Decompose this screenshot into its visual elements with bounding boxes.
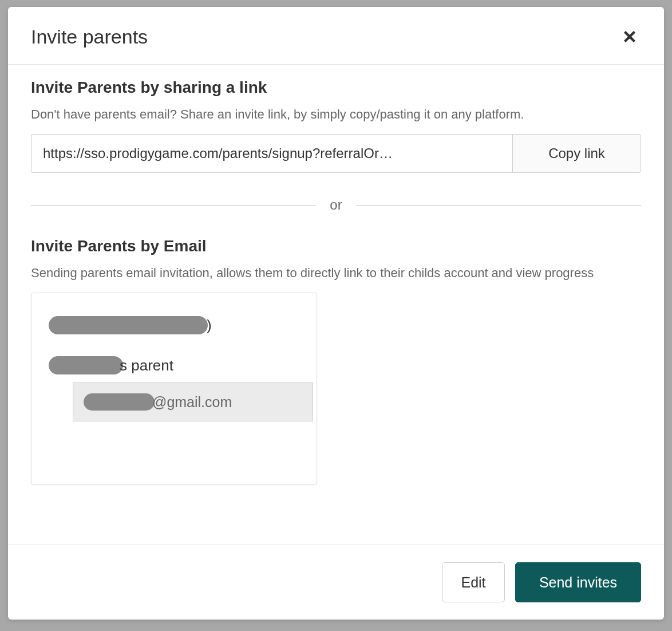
parent-email-input[interactable]: @gmail.com — [73, 382, 313, 421]
share-link-title: Invite Parents by sharing a link — [31, 78, 641, 97]
close-button[interactable] — [618, 25, 641, 48]
modal-footer: Edit Send invites — [8, 545, 664, 620]
scroll-spacer — [31, 484, 641, 507]
share-link-description: Don't have parents email? Share an invit… — [31, 105, 641, 124]
close-icon — [621, 28, 638, 45]
parent-label-row: s parent — [49, 356, 299, 374]
email-domain-suffix: @gmail.com — [152, 394, 232, 411]
divider: or — [31, 197, 641, 213]
divider-line-left — [31, 205, 316, 206]
redacted-student-name — [49, 316, 208, 334]
edit-button[interactable]: Edit — [442, 562, 505, 602]
modal-header: Invite parents — [8, 7, 664, 65]
copy-link-button[interactable]: Copy link — [512, 134, 641, 173]
parent-card: ) s parent @gmail.com — [31, 293, 317, 484]
student-name-row: ) — [49, 316, 299, 334]
student-name-suffix: ) — [207, 317, 212, 334]
modal-title: Invite parents — [31, 26, 148, 48]
redacted-parent-name — [49, 356, 123, 374]
share-link-input[interactable]: https://sso.prodigygame.com/parents/sign… — [31, 134, 512, 173]
parent-label-suffix: s parent — [120, 357, 173, 374]
email-section-title: Invite Parents by Email — [31, 237, 641, 255]
invite-parents-modal: Invite parents Invite Parents by sharing… — [8, 7, 664, 620]
redacted-email-local — [84, 393, 155, 411]
send-invites-button[interactable]: Send invites — [515, 562, 641, 602]
divider-line-right — [356, 205, 641, 206]
email-section-description: Sending parents email invitation, allows… — [31, 263, 641, 282]
divider-text: or — [316, 197, 355, 213]
modal-body[interactable]: Invite Parents by sharing a link Don't h… — [8, 65, 664, 545]
share-link-row: https://sso.prodigygame.com/parents/sign… — [31, 134, 641, 173]
